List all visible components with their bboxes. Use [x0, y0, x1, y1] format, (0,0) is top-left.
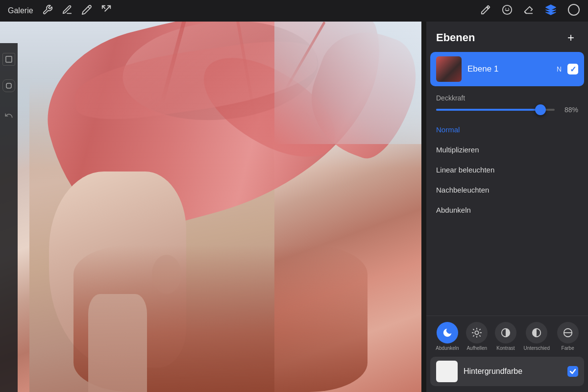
blend-mode-dodge[interactable]: Nachbeleuchten — [426, 180, 588, 200]
blend-modes-list: Normal Multiplizieren Linear beleuchten … — [426, 118, 588, 316]
svg-line-11 — [480, 336, 480, 336]
layers-icon[interactable] — [545, 4, 557, 18]
layers-panel: Ebenen + Ebene 1 N ✓ Deckkraft 88% Norma… — [426, 22, 588, 392]
darken-label: Abdunkeln — [436, 345, 459, 351]
smudge-icon[interactable] — [502, 4, 513, 18]
background-color-item[interactable]: Hintergrundfarbe — [430, 357, 584, 386]
color-blend-icon — [557, 322, 579, 343]
opacity-section: Deckkraft 88% — [426, 86, 588, 118]
darken-icon — [437, 322, 458, 343]
layer-visibility-checkbox[interactable]: ✓ — [567, 64, 578, 74]
layer-thumbnail — [436, 56, 462, 82]
svg-rect-6 — [6, 83, 11, 88]
category-difference[interactable]: Unterschied — [524, 322, 550, 351]
color-circle-icon[interactable] — [567, 3, 580, 19]
canvas-background[interactable] — [0, 22, 421, 392]
left-sidebar — [0, 43, 18, 392]
category-color[interactable]: Farbe — [557, 322, 579, 351]
brush-icon[interactable] — [480, 4, 491, 18]
svg-rect-5 — [6, 56, 12, 62]
opacity-slider-thumb[interactable] — [535, 104, 546, 115]
background-color-name: Hintergrundfarbe — [464, 367, 562, 376]
modify-icon[interactable] — [62, 4, 73, 18]
category-contrast[interactable]: Kontrast — [495, 322, 516, 351]
svg-line-15 — [480, 329, 480, 330]
topbar-right — [480, 3, 580, 19]
opacity-slider[interactable] — [436, 109, 555, 111]
lighten-icon — [466, 322, 488, 343]
opacity-value: 88% — [561, 106, 578, 114]
svg-marker-3 — [546, 5, 556, 10]
opacity-row: 88% — [436, 106, 578, 114]
undo-button[interactable] — [4, 106, 13, 125]
eraser-icon[interactable] — [523, 4, 534, 18]
layer-check-icon: ✓ — [570, 65, 576, 74]
blend-mode-multiply[interactable]: Multiplizieren — [426, 140, 588, 160]
category-icons-row: Abdunkeln Aufhellen — [426, 316, 588, 355]
svg-point-4 — [568, 4, 579, 15]
background-visibility-checkbox[interactable] — [567, 366, 578, 377]
add-layer-button[interactable]: + — [564, 30, 578, 45]
layer-item[interactable]: Ebene 1 N ✓ — [430, 52, 584, 86]
category-darken[interactable]: Abdunkeln — [436, 322, 459, 351]
topbar-left: Galerie — [8, 4, 112, 18]
pen-s-icon[interactable] — [81, 4, 92, 18]
layer-name: Ebene 1 — [467, 64, 551, 74]
layers-header: Ebenen + — [426, 22, 588, 52]
left-tool-transform[interactable] — [2, 53, 15, 66]
difference-icon — [526, 322, 547, 343]
gallery-button[interactable]: Galerie — [8, 6, 33, 15]
opacity-label: Deckkraft — [436, 94, 578, 102]
category-lighten[interactable]: Aufhellen — [466, 322, 488, 351]
svg-point-7 — [475, 331, 479, 334]
blend-mode-darken[interactable]: Abdunkeln — [426, 200, 588, 220]
difference-label: Unterschied — [524, 345, 550, 351]
arrow-transform-icon[interactable] — [101, 4, 112, 18]
blend-mode-linear-light[interactable]: Linear beleuchten — [426, 160, 588, 180]
left-tool-selection[interactable] — [2, 79, 15, 92]
opacity-slider-fill — [436, 109, 540, 111]
wrench-icon[interactable] — [42, 4, 53, 18]
layers-panel-title: Ebenen — [436, 31, 475, 44]
blend-mode-normal[interactable]: Normal — [426, 120, 588, 140]
topbar: Galerie — [0, 0, 588, 22]
lighten-label: Aufhellen — [466, 345, 487, 351]
layer-mode-badge[interactable]: N — [557, 65, 562, 73]
color-label: Farbe — [562, 345, 574, 351]
contrast-icon — [495, 322, 516, 343]
svg-line-14 — [473, 336, 474, 336]
background-color-swatch — [436, 361, 458, 382]
contrast-label: Kontrast — [496, 345, 514, 351]
svg-line-10 — [473, 329, 474, 330]
